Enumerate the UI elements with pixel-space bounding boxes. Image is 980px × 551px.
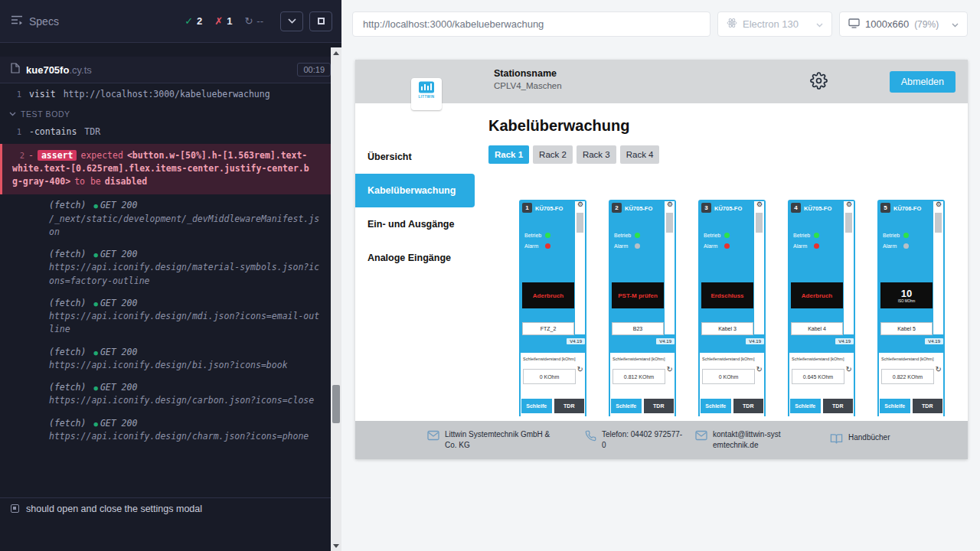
logout-button[interactable]: Abmelden [890, 71, 956, 93]
visit-command[interactable]: 1visithttp://localhost:3000/kabelueberwa… [0, 85, 341, 104]
spec-name: kue705fo [26, 64, 69, 76]
contains-command[interactable]: 1-containsTDR [0, 122, 341, 142]
device-model-label: KÜ705-FO [625, 205, 652, 212]
resistance-value: 0.822 KOhm [881, 369, 934, 384]
tdr-button[interactable]: TDR [913, 399, 943, 413]
device-gear-icon[interactable]: ⚙ [577, 201, 583, 208]
chevron-down-icon [9, 112, 16, 116]
spec-extension: .cy.ts [69, 64, 91, 76]
phone-number: Telefon: 04402 972577-0 [602, 429, 683, 451]
refresh-icon[interactable]: ↻ [667, 365, 673, 373]
tdr-button[interactable]: TDR [823, 399, 854, 413]
app-footer: Littwin Systemtechnik GmbH & Co. KG Tele… [355, 421, 968, 459]
sidebar-item-kabelueberwachung[interactable]: Kabelüberwachung [355, 174, 475, 207]
spec-file-row[interactable]: kue705fo .cy.ts 00:19 [0, 57, 341, 83]
tab-rack-2[interactable]: Rack 2 [533, 145, 573, 164]
tdr-button[interactable]: TDR [733, 399, 764, 413]
app-body: Übersicht Kabelüberwachung Ein- und Ausg… [355, 103, 968, 421]
browser-selector[interactable]: Electron 130 [717, 11, 832, 37]
device-card-2: 2 KÜ705-FO ⚙ Betrieb Alarm PST-M prüfen … [609, 200, 676, 416]
refresh-icon[interactable]: ↻ [577, 365, 583, 373]
schleife-button[interactable]: Schleife [701, 399, 731, 413]
footer-phone[interactable]: Telefon: 04402 972577-0 [585, 429, 695, 451]
cable-name: Kabel 3 [701, 322, 753, 335]
station-info: Stationsname CPLV4_Maschen [494, 68, 562, 90]
fetch-log-entry[interactable]: (fetch)●GET 200 https://api.iconify.desi… [0, 341, 341, 377]
settings-gear-icon[interactable] [810, 72, 828, 93]
collapse-button[interactable] [280, 11, 303, 31]
fetch-log-entry[interactable]: (fetch)●GET 200 /_next/static/developmen… [0, 194, 341, 243]
fetch-path: https://api.iconify.design/charm.json?ic… [49, 430, 323, 443]
device-gear-icon[interactable]: ⚙ [936, 201, 942, 208]
test-body-toggle[interactable]: TEST BODY [0, 104, 341, 122]
viewport-zoom: (79%) [914, 19, 939, 30]
card-scrollbar[interactable] [575, 201, 585, 334]
fetch-log-entry[interactable]: (fetch)●GET 200 https://api.iconify.desi… [0, 243, 341, 292]
sidebar-item-ein-und-ausgaenge[interactable]: Ein- und Ausgänge [355, 207, 475, 241]
schleife-button[interactable]: Schleife [521, 399, 552, 413]
footer-company: Littwin Systemtechnik GmbH & Co. KG [427, 429, 585, 451]
card-scrollbar[interactable] [933, 201, 943, 334]
app-main: Kabelüberwachung Rack 1 Rack 2 Rack 3 Ra… [475, 103, 968, 421]
url-text: http://localhost:3000/kabelueberwachung [363, 18, 544, 30]
card-scrollbar[interactable] [665, 201, 675, 334]
url-input[interactable]: http://localhost:3000/kabelueberwachung [352, 11, 710, 37]
assert-badge: assert [38, 150, 77, 161]
reporter-scrollbar[interactable] [331, 47, 341, 551]
command-log: 1visithttp://localhost:3000/kabelueberwa… [0, 83, 341, 448]
stop-button[interactable] [309, 11, 332, 31]
cypress-reporter-panel: Specs ✓2 ✗1 ↻-- kue705fo .cy.ts 00:19 1v… [0, 0, 341, 551]
fetch-label: (fetch) [49, 382, 86, 393]
sidebar-item-uebersicht[interactable]: Übersicht [355, 140, 475, 174]
tab-rack-3[interactable]: Rack 3 [577, 145, 616, 164]
tab-rack-1[interactable]: Rack 1 [488, 145, 529, 164]
schleife-button[interactable]: Schleife [880, 399, 910, 413]
fetch-path: https://api.iconify.design/carbon.json?i… [49, 394, 323, 407]
alarm-led [545, 243, 550, 249]
fetch-log-entry[interactable]: (fetch)●GET 200 https://api.iconify.desi… [0, 377, 341, 412]
failed-assert-command[interactable]: 2-assertexpected<button.w-[50%].h-[1.563… [0, 144, 341, 195]
fetch-log-entry[interactable]: (fetch)●GET 200 https://api.iconify.desi… [0, 412, 341, 448]
station-name: CPLV4_Maschen [494, 81, 562, 90]
tab-rack-4[interactable]: Rack 4 [620, 145, 660, 164]
device-gear-icon[interactable]: ⚙ [846, 201, 852, 208]
device-gear-icon[interactable]: ⚙ [756, 201, 763, 208]
tdr-button[interactable]: TDR [554, 399, 585, 413]
betrieb-indicator: Betrieb [614, 233, 640, 238]
status-display: Aderbruch [791, 282, 843, 308]
betrieb-led [903, 233, 909, 238]
refresh-icon[interactable]: ↻ [846, 365, 852, 373]
schleife-button[interactable]: Schleife [611, 399, 642, 413]
assert-text: expected [80, 150, 122, 161]
specs-menu-icon[interactable] [11, 15, 23, 28]
scrollbar-thumb[interactable] [332, 385, 340, 423]
device-card-3: 3 KÜ705-FO ⚙ Betrieb Alarm Erdschluss Ka… [698, 200, 766, 416]
device-model-label: KÜ706-FO [893, 205, 921, 212]
next-test-row[interactable]: should open and close the settings modal [0, 497, 331, 519]
specs-label: Specs [29, 15, 59, 28]
scroll-down-arrow[interactable] [331, 540, 341, 551]
footer-email[interactable]: kontakt@littwin-systemtechnik.de [695, 429, 830, 451]
card-scrollbar[interactable] [754, 201, 764, 334]
mail-icon [695, 430, 707, 444]
device-gear-icon[interactable]: ⚙ [667, 201, 673, 208]
viewport-selector[interactable]: 1000x660 (79%) [839, 11, 968, 37]
browser-name: Electron 130 [743, 18, 799, 30]
refresh-icon[interactable]: ↻ [936, 365, 942, 373]
fetch-log-entry[interactable]: (fetch)●GET 200 https://api.iconify.desi… [0, 292, 341, 341]
scroll-up-arrow[interactable] [331, 47, 341, 58]
ok-dot-icon: ● [93, 384, 97, 392]
footer-manuals[interactable]: Handbücher [830, 432, 890, 448]
sidebar-item-analoge-eingaenge[interactable]: Analoge Eingänge [355, 241, 475, 275]
status-display: PST-M prüfen [612, 282, 664, 308]
station-label: Stationsname [494, 68, 562, 79]
section-label: TEST BODY [21, 109, 70, 119]
schleife-button[interactable]: Schleife [790, 399, 821, 413]
refresh-icon[interactable]: ↻ [756, 365, 763, 373]
tdr-button[interactable]: TDR [644, 399, 675, 413]
electron-icon [727, 18, 737, 31]
device-cards-row: 1 KÜ705-FO ⚙ Betrieb Alarm Aderbruch FTZ… [519, 200, 968, 416]
card-scrollbar[interactable] [844, 201, 854, 334]
device-card-4: 4 KÜ705-FO ⚙ Betrieb Alarm Aderbruch Kab… [788, 200, 855, 416]
failed-count: ✗1 [214, 15, 232, 27]
